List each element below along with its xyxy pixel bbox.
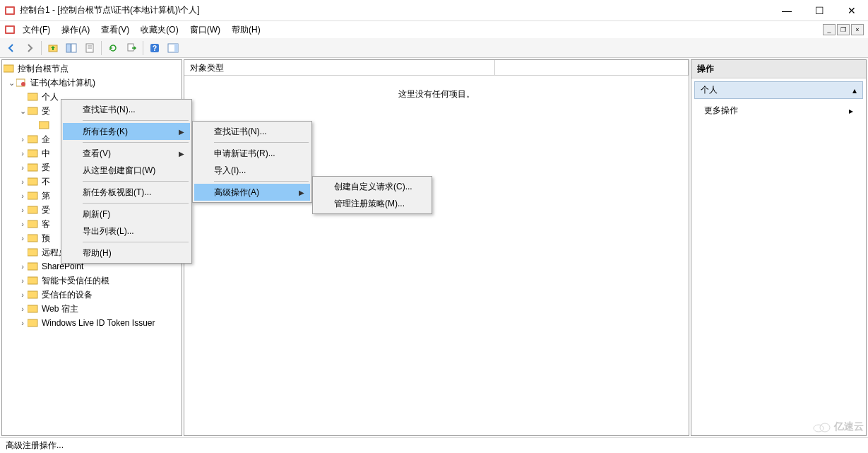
expander-icon[interactable]: › — [18, 163, 28, 172]
menu-action[interactable]: 操作(A) — [57, 23, 94, 37]
folder-icon — [28, 148, 39, 158]
title-bar: 控制台1 - [控制台根节点\证书(本地计算机)\个人] — ☐ ✕ — [0, 0, 868, 21]
ctx-all-tasks[interactable]: 所有任务(K)▶ — [63, 123, 190, 140]
folder-icon — [28, 134, 39, 144]
forward-button[interactable] — [21, 40, 38, 57]
expander-icon[interactable]: › — [18, 220, 28, 228]
actions-more[interactable]: 更多操作 ▸ — [691, 102, 866, 119]
back-button[interactable] — [3, 40, 20, 57]
actions-more-label: 更多操作 — [704, 105, 738, 117]
column-spacer[interactable] — [495, 60, 689, 75]
expander-icon[interactable]: › — [18, 234, 28, 242]
menu-bar: 文件(F) 操作(A) 查看(V) 收藏夹(O) 窗口(W) 帮助(H) _ ❐… — [0, 21, 868, 38]
mdi-minimize-button[interactable]: _ — [823, 24, 836, 35]
console-root-icon — [4, 64, 15, 73]
expander-icon[interactable]: › — [18, 177, 28, 186]
tree-cert-root[interactable]: ⌄ 证书(本地计算机) — [4, 76, 180, 90]
folder-icon — [28, 290, 39, 300]
svg-point-17 — [21, 82, 25, 86]
window-title: 控制台1 - [控制台根节点\证书(本地计算机)\个人] — [20, 4, 771, 16]
ctx3-manage-policy[interactable]: 管理注册策略(M)... — [314, 195, 430, 212]
svg-rect-32 — [28, 291, 37, 298]
up-button[interactable] — [44, 40, 61, 57]
folder-icon — [28, 261, 39, 271]
maximize-button[interactable]: ☐ — [803, 0, 836, 21]
svg-rect-21 — [28, 136, 37, 143]
ctx-find-cert[interactable]: 查找证书(N)... — [63, 101, 190, 118]
tree-label: 受信任的设备 — [42, 289, 93, 301]
expander-icon[interactable] — [18, 248, 28, 257]
ctx-refresh[interactable]: 刷新(F) — [63, 206, 190, 223]
close-button[interactable]: ✕ — [836, 0, 868, 21]
expander-icon[interactable]: ⌄ — [6, 78, 16, 88]
properties-button[interactable] — [81, 40, 98, 57]
chevron-right-icon: ▶ — [179, 128, 184, 136]
app-icon — [4, 5, 16, 16]
folder-icon — [28, 233, 39, 243]
show-hide-tree-button[interactable] — [63, 40, 80, 57]
expander-icon[interactable]: › — [18, 192, 28, 200]
tree-label: 不 — [42, 176, 50, 188]
expander-icon[interactable]: ⌄ — [18, 107, 28, 116]
menu-help[interactable]: 帮助(H) — [227, 23, 265, 37]
folder-icon — [28, 106, 39, 116]
tree-item[interactable]: ›Web 宿主 — [4, 302, 180, 316]
tree-label: 受 — [42, 204, 50, 216]
expander-icon[interactable]: › — [18, 305, 28, 313]
expander-icon[interactable]: › — [18, 319, 28, 327]
tree-item[interactable]: ›智能卡受信任的根 — [4, 273, 180, 288]
expander-icon[interactable]: › — [18, 149, 28, 158]
status-text: 高级注册操作... — [6, 440, 64, 452]
ctx-view[interactable]: 查看(V)▶ — [63, 145, 190, 162]
ctx-help[interactable]: 帮助(H) — [63, 245, 190, 261]
column-object-type[interactable]: 对象类型 — [184, 60, 495, 75]
svg-rect-28 — [28, 235, 37, 242]
ctx2-advanced[interactable]: 高级操作(A)▶ — [194, 184, 310, 201]
tree-item[interactable]: ›受信任的设备 — [4, 288, 180, 302]
context-menu-3: 创建自定义请求(C)... 管理注册策略(M)... — [312, 176, 432, 214]
certificate-icon — [16, 78, 28, 88]
tree-label: Windows Live ID Token Issuer — [42, 318, 155, 328]
chevron-right-icon: ▸ — [849, 106, 853, 116]
refresh-button[interactable] — [105, 40, 121, 57]
tree-label: 客 — [42, 218, 50, 230]
ctx-separator — [83, 203, 189, 204]
expander-icon[interactable]: › — [18, 262, 28, 271]
folder-icon — [28, 318, 39, 328]
tree-root[interactable]: 控制台根节点 — [4, 61, 180, 76]
tree-item[interactable]: ›Windows Live ID Token Issuer — [4, 316, 180, 330]
mdi-restore-button[interactable]: ❐ — [837, 24, 850, 35]
expander-icon[interactable]: › — [18, 290, 28, 299]
ctx-new-window[interactable]: 从这里创建窗口(W) — [63, 162, 190, 179]
folder-icon — [28, 276, 39, 286]
expander-icon[interactable]: › — [18, 135, 28, 143]
tree-label: Web 宿主 — [42, 303, 78, 315]
menu-favorites[interactable]: 收藏夹(O) — [136, 23, 182, 37]
tree-label: 企 — [42, 134, 50, 146]
minimize-button[interactable]: — — [771, 0, 803, 21]
help-button[interactable]: ? — [146, 40, 163, 57]
actions-section[interactable]: 个人 ▴ — [694, 81, 863, 99]
mdi-close-button[interactable]: × — [851, 24, 864, 35]
folder-icon — [28, 205, 39, 215]
toolbar-separator — [143, 41, 143, 55]
export-button[interactable] — [123, 40, 140, 57]
tree-label: 预 — [42, 233, 50, 245]
menu-view[interactable]: 查看(V) — [97, 23, 133, 37]
menu-file[interactable]: 文件(F) — [18, 23, 54, 37]
details-pane: 对象类型 这里没有任何项目。 — [184, 59, 689, 436]
expander-icon[interactable]: › — [18, 206, 28, 214]
svg-rect-22 — [28, 150, 37, 157]
ctx2-import[interactable]: 导入(I)... — [194, 162, 310, 179]
ctx-export-list[interactable]: 导出列表(L)... — [63, 223, 190, 240]
ctx3-custom-request[interactable]: 创建自定义请求(C)... — [314, 178, 430, 195]
ctx-new-taskpad[interactable]: 新任务板视图(T)... — [63, 184, 190, 201]
tree-label: 中 — [42, 148, 50, 160]
svg-rect-3 — [6, 27, 13, 33]
show-hide-action-pane-button[interactable] — [165, 40, 182, 57]
menu-window[interactable]: 窗口(W) — [186, 23, 225, 37]
ctx2-find-cert[interactable]: 查找证书(N)... — [194, 123, 310, 140]
expander-icon[interactable]: › — [18, 276, 28, 285]
ctx2-request[interactable]: 申请新证书(R)... — [194, 145, 310, 162]
context-menu-1: 查找证书(N)... 所有任务(K)▶ 查看(V)▶ 从这里创建窗口(W) 新任… — [61, 99, 192, 264]
